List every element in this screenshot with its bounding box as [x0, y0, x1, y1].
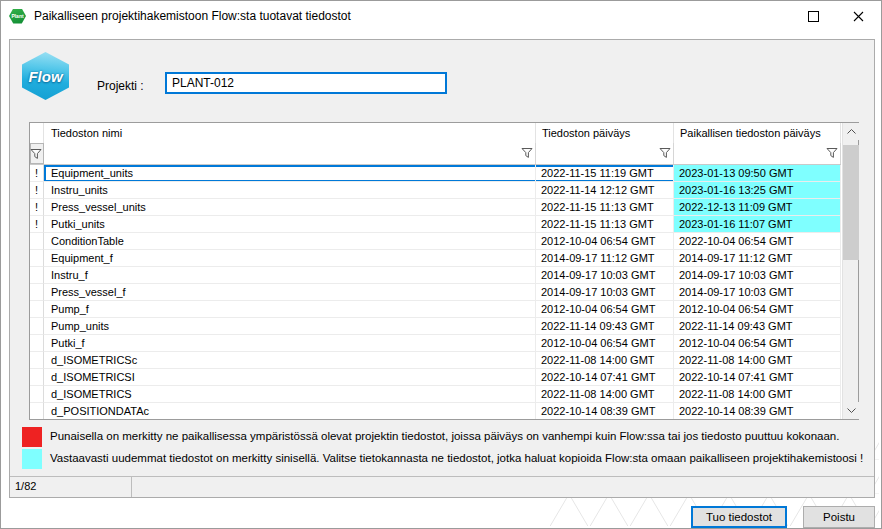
file-name-cell: Putki_units	[44, 216, 536, 233]
flow-date-cell: 2014-09-17 10:03 GMT	[536, 284, 674, 301]
table-row[interactable]: d_ISOMETRICS 2022-11-08 14:00 GMT 2022-1…	[30, 386, 841, 403]
row-marker	[30, 233, 44, 250]
local-date-cell: 2022-10-14 07:41 GMT	[674, 369, 841, 386]
local-date-cell: 2022-11-08 14:00 GMT	[674, 386, 841, 403]
scrollbar-thumb[interactable]	[843, 145, 859, 260]
scroll-down-button[interactable]	[843, 402, 859, 419]
filter-row	[30, 143, 841, 165]
filter-button-marker[interactable]	[30, 143, 44, 164]
legend-red-swatch	[22, 427, 42, 447]
table-row[interactable]: d_ISOMETRICSc 2022-11-08 14:00 GMT 2022-…	[30, 352, 841, 369]
flow-date-cell: 2014-09-17 10:03 GMT	[536, 267, 674, 284]
filter-funnel-icon	[659, 147, 671, 159]
plant-app-icon: Plant	[9, 9, 26, 24]
file-name-cell: Putki_f	[44, 335, 536, 352]
flow-date-cell: 2022-11-08 14:00 GMT	[536, 386, 674, 403]
row-marker	[30, 284, 44, 301]
row-body: Pump_f 2012-10-04 06:54 GMT 2012-10-04 0…	[44, 301, 841, 318]
local-date-cell: 2022-10-14 08:39 GMT	[674, 403, 841, 419]
local-date-cell: 2023-01-16 11:07 GMT	[674, 216, 841, 233]
row-marker: !	[30, 182, 44, 199]
flow-date-cell: 2014-09-17 11:12 GMT	[536, 250, 674, 267]
row-body: Pump_units 2022-11-14 09:43 GMT 2022-11-…	[44, 318, 841, 335]
file-name-cell: ConditionTable	[44, 233, 536, 250]
table-row[interactable]: Equipment_f 2014-09-17 11:12 GMT 2014-09…	[30, 250, 841, 267]
row-body: ConditionTable 2012-10-04 06:54 GMT 2022…	[44, 233, 841, 250]
column-header-marker[interactable]	[30, 123, 44, 143]
legend-cyan-text: Vastaavasti uudemmat tiedostot on merkit…	[50, 452, 863, 464]
filter-funnel-icon	[30, 148, 42, 160]
local-date-cell: 2022-11-08 14:00 GMT	[674, 352, 841, 369]
row-body: d_POSITIONDATAc 2022-10-14 08:39 GMT 202…	[44, 403, 841, 419]
scroll-up-button[interactable]	[843, 123, 859, 140]
local-date-cell: 2014-09-17 10:03 GMT	[674, 267, 841, 284]
table-row[interactable]: Putki_f 2012-10-04 06:54 GMT 2012-10-04 …	[30, 335, 841, 352]
flow-logo-text: Flow	[28, 68, 62, 85]
flow-date-cell: 2012-10-04 06:54 GMT	[536, 233, 674, 250]
file-name-cell: d_ISOMETRICS	[44, 386, 536, 403]
file-name-cell: Instru_units	[44, 182, 536, 199]
file-name-cell: d_ISOMETRICSI	[44, 369, 536, 386]
table-row[interactable]: d_ISOMETRICSI 2022-10-14 07:41 GMT 2022-…	[30, 369, 841, 386]
filter-input-flow-date[interactable]	[536, 143, 674, 164]
local-date-cell: 2012-10-04 06:54 GMT	[674, 301, 841, 318]
import-files-button[interactable]: Tuo tiedostot	[691, 506, 787, 528]
local-date-cell: 2023-01-13 09:50 GMT	[674, 165, 841, 182]
column-header-name[interactable]: Tiedoston nimi	[44, 123, 536, 143]
file-name-cell: Equipment_units	[44, 165, 536, 182]
maximize-icon	[808, 11, 819, 22]
close-button[interactable]	[836, 1, 881, 31]
exit-button[interactable]: Poistu	[803, 506, 875, 528]
column-header-flow-date[interactable]: Tiedoston päiväys	[536, 123, 674, 143]
chevron-up-icon	[847, 129, 856, 134]
project-label: Projekti :	[97, 79, 144, 93]
file-table-body: ! Equipment_units 2022-11-15 11:19 GMT 2…	[30, 165, 841, 419]
flow-date-cell: 2012-10-04 06:54 GMT	[536, 335, 674, 352]
flow-date-cell: 2022-11-08 14:00 GMT	[536, 352, 674, 369]
table-row[interactable]: Pump_f 2012-10-04 06:54 GMT 2012-10-04 0…	[30, 301, 841, 318]
table-row[interactable]: Press_vessel_f 2014-09-17 10:03 GMT 2014…	[30, 284, 841, 301]
status-bar: 1/82	[10, 476, 874, 497]
file-name-cell: Equipment_f	[44, 250, 536, 267]
table-row[interactable]: Pump_units 2022-11-14 09:43 GMT 2022-11-…	[30, 318, 841, 335]
titlebar: Plant Paikalliseen projektihakemistoon F…	[1, 1, 881, 31]
local-date-cell: 2012-10-04 06:54 GMT	[674, 335, 841, 352]
legend-red-text: Punaisella on merkitty ne paikallisessa …	[50, 430, 839, 442]
flow-date-cell: 2022-10-14 07:41 GMT	[536, 369, 674, 386]
table-row[interactable]: ! Equipment_units 2022-11-15 11:19 GMT 2…	[30, 165, 841, 182]
table-row[interactable]: ! Instru_units 2022-11-14 12:12 GMT 2023…	[30, 182, 841, 199]
table-row[interactable]: ! Putki_units 2022-11-15 11:13 GMT 2023-…	[30, 216, 841, 233]
flow-date-cell: 2012-10-04 06:54 GMT	[536, 301, 674, 318]
project-input[interactable]	[165, 72, 447, 94]
row-marker	[30, 369, 44, 386]
flow-date-cell: 2022-11-14 12:12 GMT	[536, 182, 674, 199]
close-icon	[853, 11, 864, 22]
row-marker	[30, 335, 44, 352]
table-row[interactable]: d_POSITIONDATAc 2022-10-14 08:39 GMT 202…	[30, 403, 841, 419]
table-row[interactable]: Instru_f 2014-09-17 10:03 GMT 2014-09-17…	[30, 267, 841, 284]
flow-date-cell: 2022-11-15 11:13 GMT	[536, 216, 674, 233]
file-table: Tiedoston nimi Tiedoston päiväys Paikall…	[29, 122, 859, 420]
row-counter: 1/82	[10, 477, 132, 497]
row-body: Press_vessel_units 2022-11-15 11:13 GMT …	[44, 199, 841, 216]
table-row[interactable]: ! Press_vessel_units 2022-11-15 11:13 GM…	[30, 199, 841, 216]
local-date-cell: 2014-09-17 11:12 GMT	[674, 250, 841, 267]
file-name-cell: Pump_units	[44, 318, 536, 335]
table-row[interactable]: ConditionTable 2012-10-04 06:54 GMT 2022…	[30, 233, 841, 250]
maximize-button[interactable]	[791, 1, 836, 31]
chevron-down-icon	[847, 408, 856, 413]
column-header-local-date[interactable]: Paikallisen tiedoston päiväys	[674, 123, 841, 143]
local-date-cell: 2022-12-13 11:09 GMT	[674, 199, 841, 216]
row-marker: !	[30, 199, 44, 216]
row-marker	[30, 386, 44, 403]
file-name-cell: Press_vessel_units	[44, 199, 536, 216]
filter-input-local-date[interactable]	[674, 143, 841, 164]
flow-date-cell: 2022-11-14 09:43 GMT	[536, 318, 674, 335]
row-body: Equipment_units 2022-11-15 11:19 GMT 202…	[44, 165, 841, 182]
vertical-scrollbar[interactable]	[842, 123, 858, 419]
file-table-grid: Tiedoston nimi Tiedoston päiväys Paikall…	[30, 123, 841, 419]
row-marker	[30, 267, 44, 284]
filter-input-name[interactable]	[44, 143, 536, 164]
dialog-window: Plant Paikalliseen projektihakemistoon F…	[0, 0, 882, 529]
row-marker	[30, 403, 44, 419]
